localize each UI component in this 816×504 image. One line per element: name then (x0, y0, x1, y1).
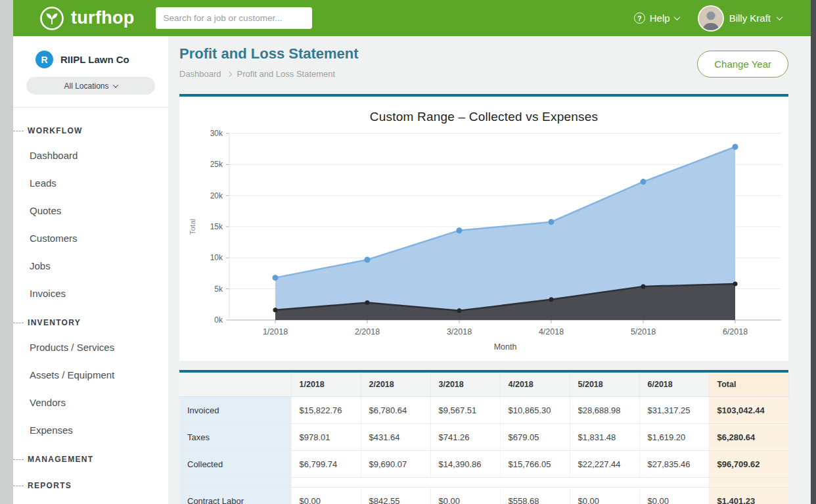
header-3-2018: 3/2018 (430, 373, 500, 397)
row-label: Taxes (179, 424, 291, 451)
row-label: Contract Labor (179, 488, 291, 504)
tree-dash-icon (13, 323, 24, 323)
user-name: Billy Kraft (729, 12, 771, 24)
cell-total: $1,401.23 (709, 488, 788, 504)
chart-card: Custom Range – Collected vs Expenses 0k5… (179, 94, 788, 361)
nav-section-reports[interactable]: REPORTS (13, 470, 168, 497)
x-tick-label: 6/2018 (722, 327, 747, 336)
y-tick-label: 5k (214, 285, 223, 294)
help-label: Help (650, 12, 670, 24)
cell-total: $103,042.44 (709, 397, 788, 424)
main-content: Profit and Loss Statement Dashboard Prof… (168, 36, 811, 504)
help-icon: ? (634, 12, 645, 24)
nav-section-label: MANAGEMENT (28, 455, 93, 464)
breadcrumb-current: Profit and Loss Statement (237, 69, 336, 79)
chart-title: Custom Range – Collected vs Expenses (179, 97, 788, 124)
change-year-button[interactable]: Change Year (697, 51, 788, 78)
y-tick-label: 0k (214, 315, 223, 325)
company-name: RIIPL Lawn Co (60, 54, 129, 65)
brand-name: turfhop (71, 8, 135, 28)
cell-value: $9,567.51 (430, 397, 500, 424)
sidebar-item-jobs[interactable]: Jobs (13, 252, 168, 280)
table-row-invoiced: Invoiced$15,822.76$6,780.64$9,567.51$10,… (179, 397, 788, 424)
nav-section-workflow[interactable]: WORKFLOW (13, 116, 168, 142)
cell-value: $15,822.76 (291, 397, 361, 424)
table-row-collected: Collected$6,799.74$9,690.07$14,390.86$15… (179, 451, 788, 478)
company-header: R RIIPL Lawn Co (13, 36, 168, 68)
cell-value: $1,831.48 (570, 424, 639, 451)
sidebar-item-quotes[interactable]: Quotes (13, 197, 168, 225)
x-tick-label: 5/2018 (630, 327, 655, 336)
cell-total: $96,709.62 (709, 451, 788, 478)
y-tick-label: 25k (210, 160, 223, 169)
cell-value: $0.00 (291, 488, 361, 504)
help-menu[interactable]: ? Help (634, 12, 679, 24)
y-tick-label: 10k (210, 253, 223, 262)
topbar: turfhop ? Help Billy Kraft (13, 0, 811, 36)
series-collected-point-0 (272, 275, 278, 281)
tree-dash-icon (13, 486, 24, 486)
x-tick-label: 3/2018 (446, 327, 471, 336)
table-row-contract-labor: Contract Labor$0.00$842.55$0.00$558.68$0… (179, 488, 788, 504)
page-scrollbar[interactable] (811, 0, 816, 504)
app-window: turfhop ? Help Billy Kraft (13, 0, 811, 504)
header-blank (179, 373, 291, 397)
table-header-row: 1/20182/20183/20184/20185/20186/2018Tota… (179, 373, 788, 397)
nav-section-inventory[interactable]: INVENTORY (13, 308, 168, 334)
nav-section-label: INVENTORY (28, 318, 81, 327)
cell-value: $14,390.86 (430, 451, 500, 478)
chevron-right-icon (226, 71, 231, 76)
header-1-2018: 1/2018 (291, 373, 361, 397)
chevron-down-icon (112, 82, 118, 87)
topbar-right: ? Help Billy Kraft (634, 7, 782, 30)
breadcrumb-dashboard[interactable]: Dashboard (179, 69, 221, 79)
company-logo: R (35, 51, 53, 68)
table-card: 1/20182/20183/20184/20185/20186/2018Tota… (179, 370, 788, 504)
turfhop-logo-icon (39, 6, 64, 31)
cell-value: $679.05 (500, 424, 570, 451)
sidebar-item-vendors[interactable]: Vendors (13, 389, 168, 417)
sidebar-item-products-services[interactable]: Products / Services (13, 334, 168, 361)
pl-chart-svg: 0k5k10k15k20k25k30k1/20182/20183/20184/2… (182, 126, 786, 354)
x-tick-label: 1/2018 (262, 327, 287, 336)
nav-section-super-admin[interactable]: SUPER ADMIN (13, 497, 168, 504)
nav-section-management[interactable]: MANAGEMENT (13, 444, 168, 470)
chevron-down-icon (777, 14, 783, 20)
series-expenses-point-4 (641, 284, 645, 288)
user-menu[interactable]: Billy Kraft (699, 7, 782, 30)
sidebar-item-dashboard[interactable]: Dashboard (13, 142, 168, 170)
x-tick-label: 4/2018 (538, 327, 563, 336)
sidebar-item-invoices[interactable]: Invoices (13, 280, 168, 308)
header-4-2018: 4/2018 (500, 373, 570, 397)
cell-total: $6,280.64 (709, 424, 788, 451)
breadcrumb: Dashboard Profit and Loss Statement (179, 69, 670, 79)
sidebar-item-expenses[interactable]: Expenses (13, 417, 168, 444)
series-expenses-point-3 (549, 297, 553, 302)
sidebar-item-leads[interactable]: Leads (13, 170, 168, 197)
x-tick-label: 2/2018 (354, 327, 379, 336)
page-header: Profit and Loss Statement Dashboard Prof… (179, 45, 788, 79)
sidebar-item-customers[interactable]: Customers (13, 225, 168, 252)
chevron-down-icon (673, 14, 680, 20)
y-tick-label: 15k (210, 222, 223, 231)
logo[interactable]: turfhop (39, 6, 135, 31)
series-collected-point-3 (548, 219, 554, 225)
cell-value: $0.00 (639, 488, 709, 504)
cell-value: $22,227.44 (570, 451, 639, 478)
sidebar-item-assets-equipment[interactable]: Assets / Equipment (13, 361, 168, 389)
spacer-cell (709, 478, 788, 488)
spacer-cell (291, 478, 709, 488)
page-title: Profit and Loss Statement (179, 45, 670, 62)
cell-value: $1,619.20 (639, 424, 709, 451)
cell-value: $978.01 (291, 424, 361, 451)
cell-value: $6,780.64 (361, 397, 430, 424)
x-axis-title: Month (493, 342, 516, 352)
avatar (699, 7, 723, 30)
locations-dropdown[interactable]: All Locations (26, 77, 155, 95)
series-expenses-point-0 (273, 308, 277, 312)
header-total: Total (709, 373, 788, 397)
cell-value: $9,690.07 (361, 451, 430, 478)
series-collected-point-2 (456, 227, 462, 233)
search-input[interactable] (156, 7, 312, 29)
tree-dash-icon (13, 459, 24, 460)
